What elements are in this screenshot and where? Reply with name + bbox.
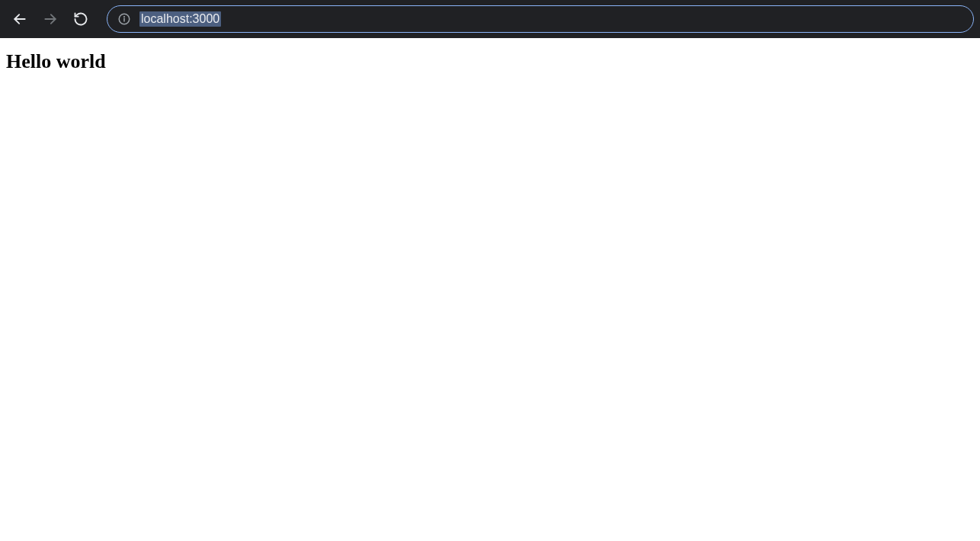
browser-toolbar: localhost:3000 bbox=[0, 0, 980, 38]
reload-icon bbox=[73, 11, 88, 27]
arrow-left-icon bbox=[12, 11, 27, 27]
svg-point-4 bbox=[124, 17, 125, 18]
forward-button[interactable] bbox=[37, 5, 64, 33]
address-bar[interactable]: localhost:3000 bbox=[107, 5, 974, 33]
back-button[interactable] bbox=[6, 5, 34, 33]
info-icon bbox=[117, 12, 131, 26]
page-content: Hello world bbox=[0, 38, 980, 85]
page-heading: Hello world bbox=[6, 50, 974, 73]
site-info-button[interactable] bbox=[117, 11, 132, 27]
arrow-right-icon bbox=[43, 11, 58, 27]
reload-button[interactable] bbox=[67, 5, 94, 33]
url-text[interactable]: localhost:3000 bbox=[139, 11, 221, 27]
